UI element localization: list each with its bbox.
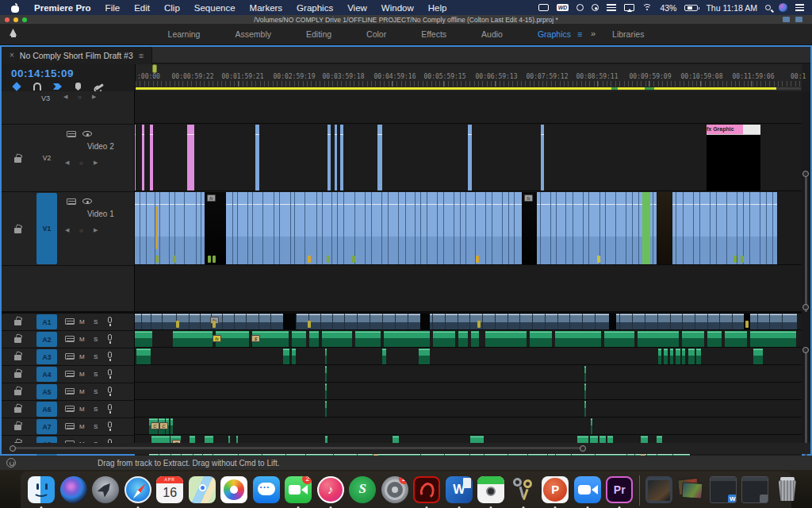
dock-icon-folder-project[interactable]: [643, 474, 676, 506]
wd-drive-icon[interactable]: WD: [557, 4, 569, 11]
screen-record-icon[interactable]: [538, 4, 549, 11]
voiceover-record-mic-icon[interactable]: [108, 352, 112, 358]
track-lane-a4[interactable]: [135, 366, 802, 383]
time-ruler[interactable]: :00:0000:00:59:2200:01:59:2100:02:59:190…: [135, 64, 802, 91]
audio-clip[interactable]: [725, 331, 747, 347]
voiceover-record-mic-icon[interactable]: [108, 421, 112, 428]
add-keyframe-icon[interactable]: ○: [78, 94, 82, 101]
track-target-button-v1[interactable]: V1: [36, 193, 57, 264]
v2-clip[interactable]: [340, 125, 343, 190]
dock-icon-minimized-window[interactable]: W: [707, 474, 740, 506]
dock-icon-word[interactable]: W: [443, 474, 476, 506]
mute-track-button[interactable]: M: [79, 371, 85, 378]
audio-clip[interactable]: [458, 331, 468, 347]
next-keyframe-icon[interactable]: ▶: [94, 227, 98, 233]
audio-clip[interactable]: [664, 348, 668, 364]
audio-clip[interactable]: [584, 383, 586, 399]
audio-clip[interactable]: [170, 418, 173, 434]
dock-icon-messages[interactable]: [251, 474, 283, 506]
audio-clip[interactable]: [325, 401, 327, 417]
track-lane-a6[interactable]: [135, 401, 802, 418]
solo-track-button[interactable]: S: [94, 388, 98, 395]
audio-clip[interactable]: [471, 331, 479, 347]
dock-icon-photos[interactable]: [218, 474, 251, 506]
audio-clip[interactable]: [707, 331, 722, 347]
track-lane-v1[interactable]: fxfx: [135, 192, 802, 265]
dock-icon-acrobat[interactable]: [411, 474, 443, 506]
audio-clip[interactable]: [670, 348, 673, 364]
voiceover-record-mic-icon[interactable]: [108, 387, 112, 393]
disc-menu-icon[interactable]: [592, 4, 599, 11]
track-target-button-a4[interactable]: A4: [36, 367, 57, 382]
sequence-tab[interactable]: × No Comply Short Film Draft #3 ≡: [2, 47, 152, 64]
app-menu-premiere-pro[interactable]: Premiere Pro: [34, 3, 91, 13]
audio-clip[interactable]: [292, 331, 306, 347]
v2-clip[interactable]: [135, 125, 136, 190]
voiceover-record-mic-icon[interactable]: [108, 334, 112, 341]
v2-clip[interactable]: [468, 125, 472, 190]
mute-track-button[interactable]: M: [79, 353, 85, 360]
v1-green-clip[interactable]: [642, 192, 650, 264]
menu-window[interactable]: Window: [381, 3, 414, 13]
audio-clip[interactable]: [485, 331, 527, 347]
audio-scroll-cap-top[interactable]: [802, 347, 809, 353]
sync-lock-icon[interactable]: [65, 353, 75, 360]
clip-gap[interactable]: fx: [522, 192, 537, 264]
audio-clip[interactable]: [591, 418, 592, 434]
clip-gap[interactable]: [283, 314, 296, 329]
audio-clip[interactable]: [384, 331, 430, 347]
mute-track-button[interactable]: M: [79, 423, 85, 430]
voiceover-record-mic-icon[interactable]: [108, 369, 112, 375]
dock-icon-trash[interactable]: [772, 474, 804, 506]
dock-icon-green-app[interactable]: S: [347, 474, 379, 506]
audio-clip[interactable]: [355, 331, 381, 347]
audio-clip[interactable]: [322, 331, 352, 347]
prev-keyframe-icon[interactable]: ◀: [63, 94, 67, 100]
audio-clip[interactable]: [325, 348, 327, 364]
sync-lock-icon[interactable]: [65, 423, 75, 429]
playhead-timecode[interactable]: 00:14:15:09: [11, 67, 74, 79]
spotlight-icon[interactable]: [765, 5, 771, 10]
workspace-tab-assembly[interactable]: Assembly: [217, 29, 289, 39]
v2-clip[interactable]: [142, 125, 144, 190]
sync-lock-icon[interactable]: [65, 371, 75, 377]
track-target-button-a1[interactable]: A1: [36, 314, 57, 329]
audio-clip[interactable]: [309, 331, 319, 347]
audio-clip[interactable]: [584, 401, 586, 417]
clip-gap[interactable]: [657, 192, 672, 264]
clip-gap[interactable]: [420, 314, 430, 329]
sync-lock-icon[interactable]: [65, 318, 75, 325]
creative-cloud-icon[interactable]: [576, 4, 584, 11]
dock-icon-safari[interactable]: [122, 474, 155, 506]
track-lane-a7[interactable]: CC: [135, 418, 802, 435]
dock-icon-system-preferences[interactable]: 2: [379, 474, 412, 506]
notification-center-icon[interactable]: [795, 4, 804, 11]
dock-icon-facetime[interactable]: 2: [282, 474, 315, 506]
audio-clip[interactable]: [173, 331, 213, 347]
v2-clip[interactable]: [327, 125, 331, 190]
solo-track-button[interactable]: S: [94, 406, 98, 413]
solo-track-button[interactable]: S: [94, 353, 98, 360]
track-lock-icon[interactable]: [14, 228, 21, 233]
track-lock-icon[interactable]: [14, 425, 21, 430]
workspace-tab-audio[interactable]: Audio: [464, 29, 520, 39]
close-tab-icon[interactable]: ×: [10, 51, 14, 60]
clip-base[interactable]: [135, 192, 777, 264]
audio-clip[interactable]: [419, 348, 430, 364]
sync-lock-icon[interactable]: [67, 198, 76, 205]
wifi-icon[interactable]: [642, 4, 652, 11]
toggle-track-output-eye-icon[interactable]: [82, 131, 92, 137]
audio-clip[interactable]: [682, 348, 685, 364]
audio-clip[interactable]: [283, 348, 289, 364]
prev-keyframe-icon[interactable]: ◀: [65, 160, 69, 166]
vertical-scrollbar[interactable]: [802, 91, 810, 443]
v2-clip[interactable]: [335, 125, 337, 190]
dock-icon-launchpad[interactable]: [90, 474, 122, 506]
mute-track-button[interactable]: M: [79, 388, 85, 395]
track-lane-v2[interactable]: fx Graphic: [135, 125, 802, 191]
v2-clip[interactable]: [541, 125, 544, 190]
menu-view[interactable]: View: [347, 3, 367, 13]
workspace-tab-learning[interactable]: Learning: [151, 29, 218, 39]
track-lock-icon[interactable]: [14, 355, 21, 360]
audio-clip[interactable]: [682, 331, 704, 347]
